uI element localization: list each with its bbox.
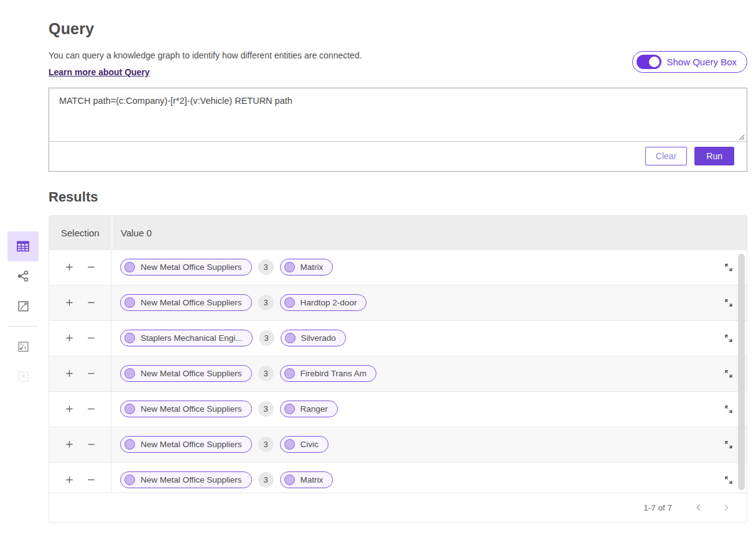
- expand-row-button[interactable]: [721, 401, 737, 417]
- value-cell: New Metal Office Suppliers 3 Matrix: [111, 250, 711, 285]
- remove-selection-button[interactable]: [85, 474, 97, 486]
- expand-row-button[interactable]: [721, 330, 737, 346]
- remove-selection-button[interactable]: [85, 297, 97, 308]
- table-footer: 1-7 of 7: [49, 493, 747, 522]
- vertical-scrollbar-thumb[interactable]: [738, 254, 745, 490]
- selection-cell: [49, 285, 111, 320]
- target-entity-pill[interactable]: Matrix: [280, 259, 334, 276]
- query-box: MATCH path=(c:Company)-[r*2]-(v:Vehicle)…: [49, 88, 747, 172]
- value-cell: New Metal Office Suppliers 3 Ranger: [111, 392, 711, 427]
- relationship-count-badge: 3: [258, 401, 274, 417]
- remove-selection-button[interactable]: [85, 332, 97, 344]
- remove-selection-button[interactable]: [85, 368, 97, 379]
- table-row: Staplers Mechanical Engi... 3 Silverado: [49, 321, 747, 356]
- chart-view-icon[interactable]: [7, 291, 39, 321]
- selection-cell: [49, 250, 111, 285]
- entity-dot-icon: [124, 439, 135, 450]
- expand-row-button[interactable]: [721, 259, 737, 276]
- resize-handle-icon[interactable]: [737, 132, 745, 140]
- learn-more-link[interactable]: Learn more about Query: [49, 67, 150, 77]
- add-selection-button[interactable]: [63, 332, 75, 344]
- next-page-button[interactable]: [716, 499, 737, 516]
- graph-view-icon[interactable]: [7, 261, 39, 291]
- entity-dot-icon: [124, 297, 135, 308]
- value-cell: Staplers Mechanical Engi... 3 Silverado: [111, 321, 711, 356]
- query-input[interactable]: MATCH path=(c:Company)-[r*2]-(v:Vehicle)…: [49, 88, 747, 142]
- selection-cell: [49, 392, 111, 427]
- source-entity-pill[interactable]: New Metal Office Suppliers: [120, 259, 252, 276]
- add-selection-button[interactable]: [63, 261, 75, 273]
- source-entity-label: New Metal Office Suppliers: [141, 298, 242, 307]
- run-button[interactable]: Run: [694, 147, 734, 165]
- table-row: New Metal Office Suppliers 3 Matrix: [49, 250, 747, 285]
- entity-dot-icon: [124, 333, 135, 343]
- target-entity-label: Civic: [301, 440, 319, 449]
- toggle-label: Show Query Box: [666, 57, 737, 67]
- relationship-count-badge: 3: [258, 259, 274, 275]
- table-view-icon[interactable]: [7, 231, 39, 261]
- relationship-count-badge: 3: [258, 295, 274, 310]
- entity-dot-icon: [124, 262, 135, 272]
- source-entity-pill[interactable]: New Metal Office Suppliers: [120, 365, 252, 382]
- add-selection-button[interactable]: [63, 368, 75, 379]
- remove-selection-button[interactable]: [85, 438, 97, 450]
- column-header-selection: Selection: [49, 228, 111, 238]
- entity-dot-icon: [124, 475, 135, 485]
- expand-row-button[interactable]: [721, 366, 737, 382]
- selection-cell: [49, 356, 111, 391]
- table-header: Selection Value 0: [49, 216, 747, 250]
- expand-row-button[interactable]: [721, 437, 737, 453]
- relationship-count-badge: 3: [258, 437, 274, 452]
- source-entity-pill[interactable]: New Metal Office Suppliers: [120, 294, 252, 311]
- table-row: New Metal Office Suppliers 3 Civic: [49, 427, 747, 463]
- table-body: New Metal Office Suppliers 3 Matrix: [49, 250, 747, 493]
- table-row: New Metal Office Suppliers 3 Ranger: [49, 392, 747, 427]
- target-entity-pill[interactable]: Hardtop 2-door: [280, 294, 367, 311]
- relationship-count-badge: 3: [259, 330, 274, 346]
- selection-box-icon[interactable]: [7, 361, 39, 391]
- target-entity-pill[interactable]: Firebird Trans Am: [280, 365, 377, 382]
- page-description: You can query a knowledge graph to ident…: [49, 50, 362, 62]
- source-entity-label: New Metal Office Suppliers: [141, 475, 242, 484]
- entity-dot-icon: [284, 297, 295, 308]
- table-row: New Metal Office Suppliers 3 Matrix: [49, 463, 747, 493]
- target-entity-pill[interactable]: Silverado: [281, 330, 346, 346]
- expand-row-button[interactable]: [721, 295, 737, 311]
- add-selection-button[interactable]: [63, 474, 75, 486]
- rail-divider: [8, 326, 38, 327]
- add-selection-button[interactable]: [63, 403, 75, 415]
- source-entity-label: New Metal Office Suppliers: [141, 262, 242, 272]
- source-entity-pill[interactable]: New Metal Office Suppliers: [120, 436, 252, 453]
- target-entity-pill[interactable]: Civic: [280, 436, 329, 453]
- remove-selection-button[interactable]: [85, 403, 97, 415]
- clear-button[interactable]: Clear: [645, 147, 687, 165]
- selection-cell: [49, 463, 111, 493]
- source-entity-label: New Metal Office Suppliers: [141, 369, 242, 378]
- pagination-range: 1-7 of 7: [643, 503, 672, 512]
- image-view-icon[interactable]: [7, 331, 39, 361]
- remove-selection-button[interactable]: [85, 261, 97, 273]
- expand-row-button[interactable]: [721, 472, 737, 488]
- source-entity-label: New Metal Office Suppliers: [141, 404, 242, 414]
- query-page: Query You can query a knowledge graph to…: [49, 0, 747, 523]
- source-entity-pill[interactable]: New Metal Office Suppliers: [120, 401, 252, 417]
- target-entity-pill[interactable]: Matrix: [280, 471, 334, 488]
- source-entity-pill[interactable]: New Metal Office Suppliers: [120, 471, 252, 488]
- target-entity-label: Matrix: [301, 262, 324, 272]
- entity-dot-icon: [284, 439, 295, 450]
- entity-dot-icon: [124, 368, 135, 379]
- show-query-box-toggle[interactable]: Show Query Box: [632, 51, 747, 73]
- relationship-count-badge: 3: [258, 472, 274, 488]
- page-intro: You can query a knowledge graph to ident…: [49, 50, 747, 78]
- target-entity-label: Ranger: [301, 404, 328, 414]
- toggle-switch-icon: [637, 55, 661, 69]
- value-cell: New Metal Office Suppliers 3 Matrix: [111, 463, 711, 493]
- selection-cell: [49, 321, 111, 356]
- target-entity-pill[interactable]: Ranger: [280, 401, 338, 417]
- entity-dot-icon: [285, 333, 296, 343]
- query-actions: Clear Run: [49, 142, 747, 171]
- previous-page-button[interactable]: [688, 499, 709, 516]
- add-selection-button[interactable]: [63, 438, 75, 450]
- add-selection-button[interactable]: [63, 297, 75, 308]
- source-entity-pill[interactable]: Staplers Mechanical Engi...: [120, 330, 253, 346]
